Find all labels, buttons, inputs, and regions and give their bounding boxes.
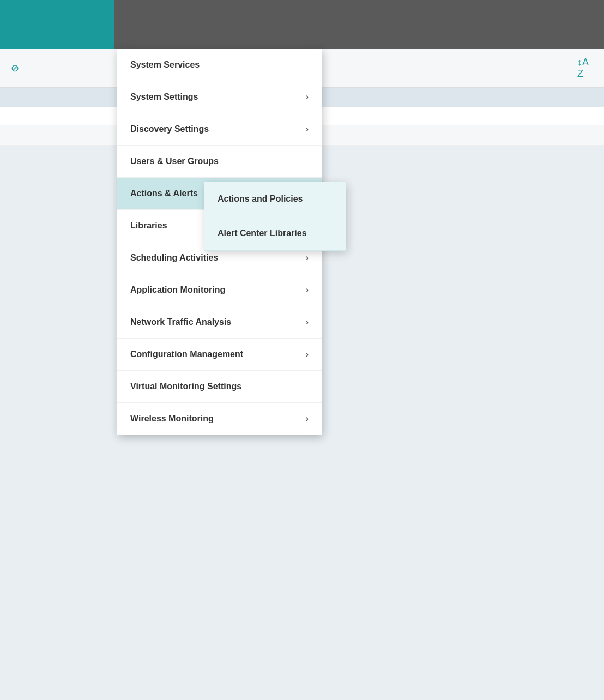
- submenu-item-alert-center-libraries[interactable]: Alert Center Libraries: [204, 216, 346, 251]
- menu-item-wireless-monitoring[interactable]: Wireless Monitoring›: [117, 403, 322, 435]
- menu-item-arrow: ›: [306, 285, 309, 295]
- menu-item-arrow: ›: [306, 124, 309, 134]
- no-filter-button[interactable]: ⊘: [11, 62, 26, 74]
- menu-item-virtual-monitoring-settings[interactable]: Virtual Monitoring Settings: [117, 371, 322, 403]
- menu-item-discovery-settings[interactable]: Discovery Settings›: [117, 113, 322, 146]
- menu-item-configuration-management[interactable]: Configuration Management›: [117, 339, 322, 371]
- menu-item-label: Actions & Alerts: [130, 189, 198, 198]
- table-header-text: [11, 93, 13, 102]
- menu-item-label: Libraries: [130, 221, 167, 231]
- main-content: ⊘ ↕AZ System S: [0, 49, 604, 146]
- top-nav: [0, 0, 604, 49]
- menu-item-label: Wireless Monitoring: [130, 414, 214, 424]
- menu-item-label: System Settings: [130, 92, 198, 102]
- menu-item-application-monitoring[interactable]: Application Monitoring›: [117, 274, 322, 306]
- submenu-item-actions-and-policies[interactable]: Actions and Policies: [204, 182, 346, 216]
- page-wrapper: ⊘ ↕AZ System S: [0, 0, 604, 146]
- menu-item-label: Application Monitoring: [130, 285, 225, 295]
- threshold-sort[interactable]: ↕AZ: [577, 57, 593, 80]
- menu-item-label: Configuration Management: [130, 349, 243, 359]
- nav-settings[interactable]: [114, 0, 234, 49]
- menu-item-system-settings[interactable]: System Settings›: [117, 81, 322, 113]
- menu-item-label: Virtual Monitoring Settings: [130, 382, 241, 391]
- menu-item-label: Users & User Groups: [130, 156, 219, 166]
- menu-item-network-traffic-analysis[interactable]: Network Traffic Analysis›: [117, 306, 322, 339]
- menu-item-label: System Services: [130, 60, 200, 70]
- menu-item-arrow: ›: [306, 92, 309, 102]
- no-filter-icon: ⊘: [11, 62, 19, 74]
- menu-item-arrow: ›: [306, 349, 309, 359]
- nav-analyze[interactable]: [0, 0, 114, 49]
- menu-item-arrow: ›: [306, 317, 309, 327]
- menu-item-label: Network Traffic Analysis: [130, 317, 231, 327]
- sort-icon: ↕AZ: [577, 57, 589, 80]
- menu-item-arrow: ›: [306, 414, 309, 424]
- menu-item-users-user-groups[interactable]: Users & User Groups: [117, 146, 322, 178]
- menu-item-arrow: ›: [306, 253, 309, 263]
- menu-item-label: Discovery Settings: [130, 124, 209, 134]
- actions-alerts-submenu: Actions and PoliciesAlert Center Librari…: [204, 182, 346, 251]
- menu-item-label: Scheduling Activities: [130, 253, 218, 263]
- menu-item-system-services[interactable]: System Services: [117, 49, 322, 81]
